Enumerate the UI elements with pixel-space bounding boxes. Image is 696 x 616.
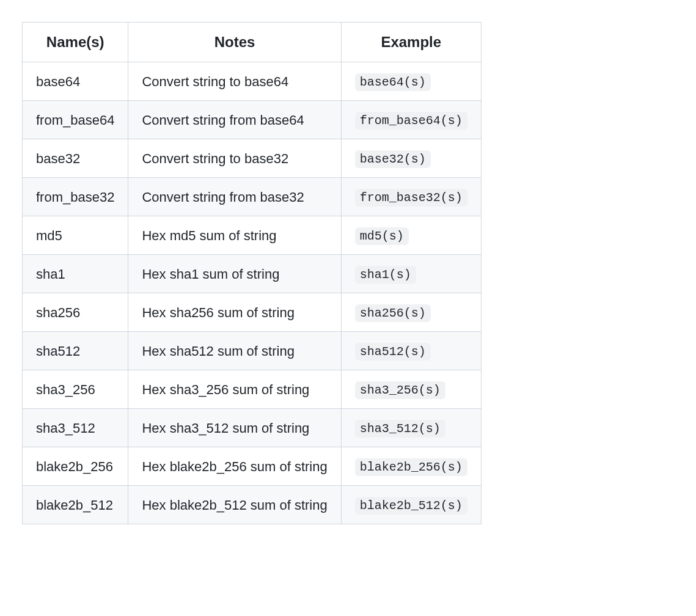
cell-notes: Hex sha1 sum of string (128, 255, 341, 293)
table-row: base64 Convert string to base64 base64(s… (23, 62, 482, 101)
cell-name: sha256 (23, 293, 128, 332)
table-row: sha3_512 Hex sha3_512 sum of string sha3… (23, 409, 482, 447)
cell-example: from_base64(s) (341, 101, 481, 139)
code-snippet: blake2b_512(s) (355, 497, 467, 515)
table-row: sha256 Hex sha256 sum of string sha256(s… (23, 293, 482, 332)
cell-notes: Hex md5 sum of string (128, 216, 341, 255)
code-snippet: sha3_256(s) (355, 381, 445, 399)
cell-name: from_base64 (23, 101, 128, 139)
cell-notes: Convert string to base32 (128, 139, 341, 178)
cell-notes: Convert string to base64 (128, 62, 341, 101)
cell-example: sha256(s) (341, 293, 481, 332)
table-row: sha1 Hex sha1 sum of string sha1(s) (23, 255, 482, 293)
cell-notes: Hex sha256 sum of string (128, 293, 341, 332)
cell-name: from_base32 (23, 178, 128, 216)
code-snippet: md5(s) (355, 227, 409, 245)
cell-notes: Convert string from base32 (128, 178, 341, 216)
cell-name: sha3_512 (23, 409, 128, 447)
code-snippet: sha512(s) (355, 343, 431, 361)
code-snippet: blake2b_256(s) (355, 458, 467, 476)
cell-notes: Hex sha3_512 sum of string (128, 409, 341, 447)
functions-table: Name(s) Notes Example base64 Convert str… (22, 22, 674, 524)
table-row: sha3_256 Hex sha3_256 sum of string sha3… (23, 370, 482, 409)
table-row: blake2b_512 Hex blake2b_512 sum of strin… (23, 486, 482, 524)
cell-example: sha1(s) (341, 255, 481, 293)
cell-name: blake2b_512 (23, 486, 128, 524)
cell-notes: Convert string from base64 (128, 101, 341, 139)
cell-name: blake2b_256 (23, 447, 128, 486)
code-snippet: sha1(s) (355, 266, 416, 284)
table-header-row: Name(s) Notes Example (23, 23, 482, 62)
cell-example: base64(s) (341, 62, 481, 101)
cell-example: blake2b_256(s) (341, 447, 481, 486)
table-row: base32 Convert string to base32 base32(s… (23, 139, 482, 178)
cell-notes: Hex blake2b_256 sum of string (128, 447, 341, 486)
code-snippet: from_base32(s) (355, 189, 467, 207)
cell-example: md5(s) (341, 216, 481, 255)
cell-example: base32(s) (341, 139, 481, 178)
cell-notes: Hex sha512 sum of string (128, 332, 341, 370)
cell-example: sha3_512(s) (341, 409, 481, 447)
table-row: from_base32 Convert string from base32 f… (23, 178, 482, 216)
code-snippet: sha256(s) (355, 304, 431, 322)
cell-name: base64 (23, 62, 128, 101)
col-header-notes: Notes (128, 23, 341, 62)
cell-example: blake2b_512(s) (341, 486, 481, 524)
cell-name: base32 (23, 139, 128, 178)
cell-notes: Hex blake2b_512 sum of string (128, 486, 341, 524)
cell-example: sha512(s) (341, 332, 481, 370)
cell-example: from_base32(s) (341, 178, 481, 216)
cell-name: sha1 (23, 255, 128, 293)
cell-name: md5 (23, 216, 128, 255)
table-row: sha512 Hex sha512 sum of string sha512(s… (23, 332, 482, 370)
col-header-example: Example (341, 23, 481, 62)
cell-notes: Hex sha3_256 sum of string (128, 370, 341, 409)
code-snippet: sha3_512(s) (355, 420, 445, 438)
cell-name: sha3_256 (23, 370, 128, 409)
code-snippet: base64(s) (355, 73, 431, 91)
table-row: blake2b_256 Hex blake2b_256 sum of strin… (23, 447, 482, 486)
code-snippet: base32(s) (355, 150, 431, 168)
cell-name: sha512 (23, 332, 128, 370)
table-row: md5 Hex md5 sum of string md5(s) (23, 216, 482, 255)
col-header-name: Name(s) (23, 23, 128, 62)
code-snippet: from_base64(s) (355, 112, 467, 130)
table-row: from_base64 Convert string from base64 f… (23, 101, 482, 139)
cell-example: sha3_256(s) (341, 370, 481, 409)
